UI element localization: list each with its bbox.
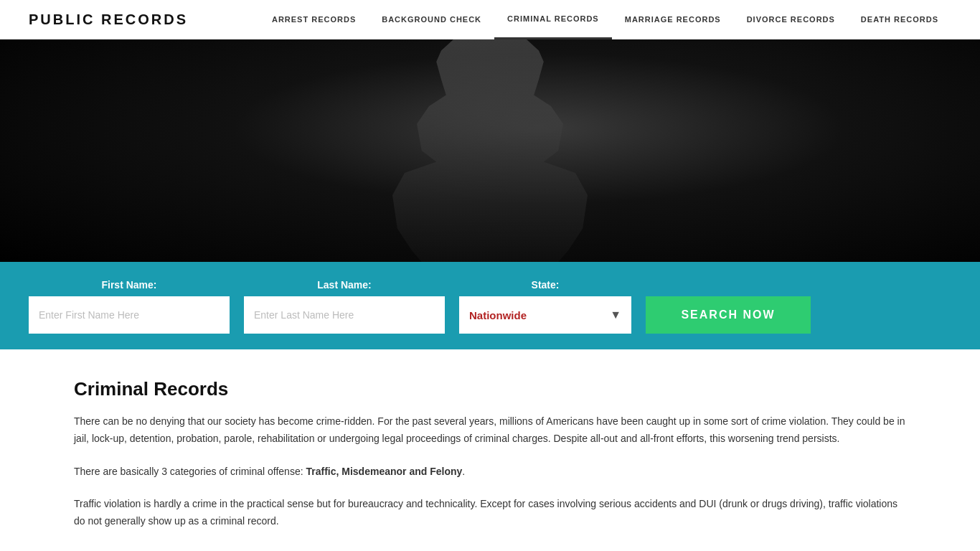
paragraph2-suffix: . xyxy=(462,466,465,477)
main-nav: ARREST RECORDS BACKGROUND CHECK CRIMINAL… xyxy=(259,0,951,39)
content-paragraph-1: There can be no denying that our society… xyxy=(74,413,906,448)
nav-divorce-records[interactable]: DIVORCE RECORDS xyxy=(734,0,848,39)
paragraph2-bold: Traffic, Misdemeanor and Felony xyxy=(306,466,462,477)
search-bar: First Name: Last Name: State: Nationwide… xyxy=(0,262,980,349)
search-now-button[interactable]: SEARCH NOW xyxy=(646,296,811,334)
content-heading: Criminal Records xyxy=(74,378,906,400)
first-name-label: First Name: xyxy=(29,279,230,291)
site-logo: PUBLIC RECORDS xyxy=(29,11,188,28)
site-header: PUBLIC RECORDS ARREST RECORDS BACKGROUND… xyxy=(0,0,980,39)
state-select-wrapper: Nationwide AlabamaAlaskaArizona Arkansas… xyxy=(459,296,631,334)
state-select[interactable]: Nationwide AlabamaAlaskaArizona Arkansas… xyxy=(459,296,631,334)
last-name-input[interactable] xyxy=(244,296,445,334)
hero-section xyxy=(0,39,980,262)
nav-death-records[interactable]: DEATH RECORDS xyxy=(848,0,951,39)
first-name-field: First Name: xyxy=(29,279,230,334)
nav-arrest-records[interactable]: ARREST RECORDS xyxy=(259,0,369,39)
nav-criminal-records[interactable]: CRIMINAL RECORDS xyxy=(494,0,612,39)
content-paragraph-3: Traffic violation is hardly a crime in t… xyxy=(74,496,906,530)
main-content: Criminal Records There can be no denying… xyxy=(45,349,935,551)
last-name-label: Last Name: xyxy=(244,279,445,291)
nav-marriage-records[interactable]: MARRIAGE RECORDS xyxy=(612,0,734,39)
first-name-input[interactable] xyxy=(29,296,230,334)
state-field: State: Nationwide AlabamaAlaskaArizona A… xyxy=(459,279,631,334)
nav-background-check[interactable]: BACKGROUND CHECK xyxy=(369,0,494,39)
content-paragraph-2: There are basically 3 categories of crim… xyxy=(74,463,906,481)
state-label: State: xyxy=(459,279,631,291)
paragraph2-prefix: There are basically 3 categories of crim… xyxy=(74,466,306,477)
last-name-field: Last Name: xyxy=(244,279,445,334)
